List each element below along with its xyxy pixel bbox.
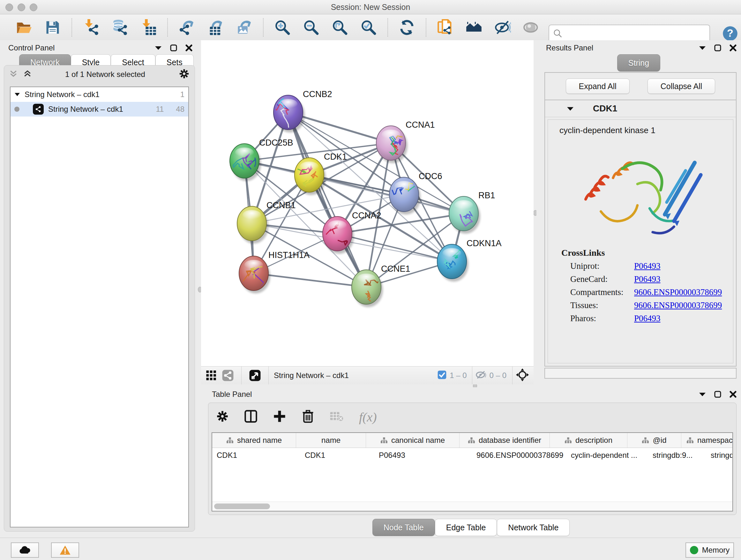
table-horizontal-scrollbar[interactable]	[212, 502, 732, 511]
cloud-button[interactable]	[11, 543, 39, 558]
network-edge[interactable]	[288, 112, 366, 287]
expand-all-button[interactable]: Expand All	[566, 78, 630, 94]
table-panel-title: Table Panel	[212, 390, 252, 399]
clone-network-icon[interactable]	[435, 17, 455, 37]
column-header--id[interactable]: @id	[627, 433, 681, 448]
export-image-icon[interactable]	[234, 17, 254, 37]
network-graph[interactable]: CCNB2 CCNA1 CDC25B CDK1 CDC6	[202, 40, 532, 367]
column-tree-icon	[642, 437, 649, 443]
table-row[interactable]: CDK1CDK1P064939606.ENSP00000378699cyclin…	[212, 448, 732, 462]
crosslink-link[interactable]: P06493	[634, 261, 661, 271]
network-row-selected[interactable]: String Network – cdk1 11 48	[10, 102, 188, 117]
network-collection-row[interactable]: String Network – cdk1 1	[10, 87, 188, 102]
toolbar-divider	[387, 18, 388, 37]
zoom-selected-icon[interactable]	[359, 17, 379, 37]
cloud-icon	[18, 546, 31, 555]
show-columns-icon[interactable]	[244, 410, 258, 424]
node-table[interactable]: shared namenamecanonical namedatabase id…	[212, 432, 733, 511]
network-node-RB1[interactable]	[449, 196, 480, 234]
panel-float-icon[interactable]	[714, 44, 721, 51]
panel-collapse-icon[interactable]	[699, 46, 706, 50]
network-edge[interactable]	[254, 273, 366, 287]
panel-float-icon[interactable]	[170, 44, 177, 51]
table-cell[interactable]: 9606.ENSP00000378699	[472, 448, 566, 462]
results-scrollbar[interactable]	[544, 368, 737, 379]
save-icon[interactable]	[43, 17, 63, 37]
column-header-name[interactable]: name	[296, 433, 366, 448]
tab-node-table[interactable]: Node Table	[373, 519, 435, 536]
import-table-icon[interactable]	[138, 17, 158, 37]
collapse-all-button[interactable]: Collapse All	[648, 78, 716, 94]
hidden-eye-icon[interactable]	[475, 370, 487, 381]
scrollbar-thumb[interactable]	[214, 503, 270, 509]
zoom-in-icon[interactable]	[273, 17, 292, 37]
network-node-CDC25B[interactable]	[230, 144, 261, 181]
selected-count: 1 – 0	[450, 371, 467, 380]
import-network-icon[interactable]	[81, 17, 101, 37]
column-header-description[interactable]: description	[550, 433, 627, 448]
tab-string[interactable]: String	[617, 54, 660, 71]
table-toolbar: f(x)	[208, 403, 736, 431]
table-cell[interactable]: P06493	[374, 448, 472, 462]
tree-expand-icon[interactable]	[14, 92, 20, 97]
hide-selected-icon[interactable]	[493, 17, 513, 37]
network-node-CDK1[interactable]	[290, 158, 326, 195]
network-node-CCNA1[interactable]	[376, 126, 408, 163]
memory-button[interactable]: Memory	[685, 543, 734, 558]
export-table-icon[interactable]	[205, 17, 225, 37]
export-network-icon[interactable]	[177, 17, 197, 37]
left-splitter[interactable]	[198, 40, 201, 384]
birdseye-view-icon[interactable]	[247, 366, 263, 385]
edge-count: 48	[176, 105, 185, 114]
network-node-CCNE1[interactable]	[352, 270, 383, 307]
tab-network-table[interactable]: Network Table	[497, 519, 569, 536]
panel-close-icon[interactable]	[185, 44, 192, 51]
first-neighbors-icon[interactable]	[464, 17, 484, 37]
column-header-canonical-name[interactable]: canonical name	[366, 433, 460, 448]
network-view-mode-icon[interactable]	[219, 366, 236, 385]
open-folder-icon[interactable]	[14, 17, 34, 37]
table-cell[interactable]: cyclin-dependent ...	[566, 448, 648, 462]
network-node-CDKN1A[interactable]	[437, 244, 468, 282]
right-splitter[interactable]	[534, 40, 536, 384]
grid-view-icon[interactable]	[203, 366, 219, 385]
crosslink-link[interactable]: 9606.ENSP00000378699	[634, 300, 722, 310]
zoom-fit-icon[interactable]	[330, 17, 350, 37]
panel-close-icon[interactable]	[730, 44, 737, 51]
crosslink-link[interactable]: P06493	[634, 314, 661, 323]
entry-collapse-icon[interactable]	[567, 106, 574, 111]
network-node-HIST1H1A[interactable]	[239, 256, 270, 294]
crosslink-link[interactable]: 9606.ENSP00000378699	[634, 287, 722, 297]
selected-nodes-checkbox-icon[interactable]	[437, 370, 447, 381]
table-cell[interactable]: CDK1	[300, 448, 374, 462]
table-cell[interactable]: stringdb:9...	[648, 448, 706, 462]
collapse-all-networks-icon[interactable]	[9, 70, 17, 79]
node-label-RB1: RB1	[478, 191, 495, 200]
column-header-database-identifier[interactable]: database identifier	[460, 433, 550, 448]
tab-edge-table[interactable]: Edge Table	[435, 519, 497, 536]
panel-collapse-icon[interactable]	[699, 392, 706, 396]
network-node-CCNA2[interactable]	[323, 216, 354, 254]
import-database-icon[interactable]	[110, 17, 130, 37]
fit-selected-crosshair-icon[interactable]	[516, 368, 529, 383]
panel-float-icon[interactable]	[714, 391, 721, 398]
table-cell[interactable]: stringdb	[706, 448, 733, 462]
network-options-gear-icon[interactable]	[179, 68, 190, 80]
zoom-out-icon[interactable]	[301, 17, 321, 37]
table-cell[interactable]: CDK1	[212, 448, 300, 462]
refresh-icon[interactable]	[397, 17, 417, 37]
network-node-CCNB2[interactable]	[267, 95, 305, 132]
add-column-icon[interactable]	[273, 410, 286, 424]
search-input[interactable]	[566, 27, 710, 42]
warnings-button[interactable]	[51, 543, 79, 558]
column-header-shared-name[interactable]: shared name	[212, 433, 296, 448]
panel-collapse-icon[interactable]	[155, 46, 162, 50]
network-canvas[interactable]: CCNB2 CCNA1 CDC25B CDK1 CDC6	[201, 40, 534, 384]
panel-close-icon[interactable]	[730, 391, 737, 398]
crosslink-link[interactable]: P06493	[634, 274, 661, 284]
table-tabs: Node TableEdge TableNetwork Table	[201, 519, 741, 536]
delete-column-trash-icon[interactable]	[301, 409, 314, 425]
expand-all-networks-icon[interactable]	[23, 70, 31, 79]
table-settings-gear-icon[interactable]	[216, 410, 229, 424]
column-header-namespace[interactable]: namespace	[681, 433, 733, 448]
